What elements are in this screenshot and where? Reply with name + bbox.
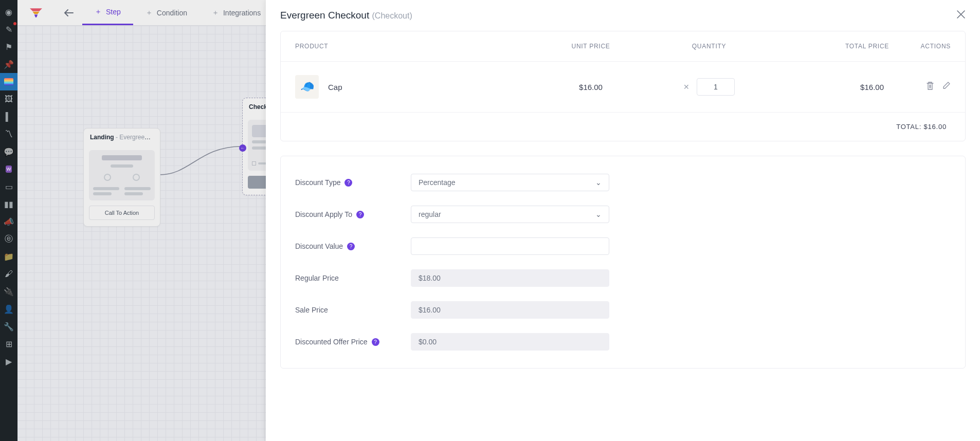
- input-discounted-offer-price: [411, 333, 609, 351]
- row-regular-price: Regular Price: [281, 262, 965, 294]
- sidebar-flag[interactable]: ⚑: [0, 38, 17, 56]
- sidebar-user[interactable]: 👤: [0, 300, 17, 318]
- row-discount-apply-to: Discount Apply To? regular ⌄: [281, 198, 965, 230]
- col-total-price: TOTAL PRICE: [776, 43, 889, 50]
- sidebar-elementor[interactable]: ⓔ: [0, 230, 17, 248]
- arrow-left-icon: [63, 9, 74, 17]
- plus-icon: ＋: [146, 8, 153, 17]
- pencil-icon: [942, 81, 951, 89]
- sidebar-folder[interactable]: 📁: [0, 248, 17, 265]
- pin-icon: 📌: [4, 60, 14, 69]
- sidebar-bar-chart[interactable]: ▮▮: [0, 195, 17, 213]
- wrench-icon: 🔧: [4, 322, 14, 332]
- bar-chart-icon: ▮▮: [4, 199, 13, 209]
- help-icon[interactable]: ?: [344, 179, 352, 187]
- sidebar-play[interactable]: ▶: [0, 353, 17, 370]
- node-landing[interactable]: Landing - Evergreen Lan… Call To Action: [83, 128, 160, 227]
- tab-condition[interactable]: ＋Condition: [133, 0, 199, 25]
- node-header: Landing - Evergreen Lan…: [84, 128, 160, 146]
- tab-label: Integrations: [223, 9, 261, 17]
- products-card: PRODUCT UNIT PRICE QUANTITY TOTAL PRICE …: [280, 31, 966, 141]
- help-icon[interactable]: ?: [356, 211, 364, 218]
- sidebar-comments[interactable]: ✎: [0, 21, 17, 38]
- sidebar-analytics[interactable]: 〽: [0, 125, 17, 143]
- sidebar-pin[interactable]: 📌: [0, 56, 17, 73]
- help-icon[interactable]: ?: [372, 338, 379, 346]
- product-name-cell: 🧢 Cap: [295, 75, 539, 99]
- app-logo[interactable]: [17, 0, 55, 25]
- sidebar-megaphone[interactable]: 📣: [0, 213, 17, 230]
- paint-icon: 🖌: [5, 269, 13, 279]
- quantity-cell: ✕: [642, 78, 776, 96]
- chat-icon: 💬: [4, 147, 14, 157]
- panel-title: Evergreen Checkout (Checkout): [280, 10, 412, 21]
- panel-close-button[interactable]: [956, 10, 966, 21]
- back-button[interactable]: [55, 0, 82, 25]
- dashboard-icon: ◉: [5, 7, 12, 17]
- row-discounted-offer-price: Discounted Offer Price?: [281, 326, 965, 358]
- input-sale-price: [411, 301, 609, 319]
- sidebar-card[interactable]: ▭: [0, 178, 17, 195]
- sidebar-woo[interactable]: W: [0, 160, 17, 178]
- svg-marker-1: [33, 11, 40, 13]
- sidebar-book[interactable]: ▍: [0, 108, 17, 125]
- col-product: PRODUCT: [295, 43, 539, 50]
- svg-marker-0: [30, 8, 42, 11]
- settings-grid-icon: ⊞: [6, 339, 12, 349]
- sidebar-funnel[interactable]: [0, 73, 17, 90]
- label-discounted-offer-price: Discounted Offer Price?: [295, 338, 411, 346]
- sidebar-wrench[interactable]: 🔧: [0, 318, 17, 335]
- flag-icon: ⚑: [5, 42, 12, 52]
- sidebar-paint[interactable]: 🖌: [0, 265, 17, 283]
- select-value: regular: [419, 210, 441, 218]
- card-icon: ▭: [5, 182, 13, 192]
- comments-icon: ✎: [6, 25, 12, 34]
- discount-form-card: Discount Type? Percentage ⌄ Discount App…: [280, 156, 966, 369]
- media-icon: 🖼: [5, 95, 13, 104]
- sidebar-chat[interactable]: 💬: [0, 143, 17, 160]
- help-icon[interactable]: ?: [347, 243, 355, 250]
- select-discount-type[interactable]: Percentage ⌄: [411, 174, 609, 191]
- panel-body: PRODUCT UNIT PRICE QUANTITY TOTAL PRICE …: [266, 31, 980, 441]
- sidebar-media[interactable]: 🖼: [0, 90, 17, 108]
- elementor-icon: ⓔ: [5, 234, 13, 245]
- edit-row-button[interactable]: [942, 81, 951, 93]
- label-discount-apply-to: Discount Apply To?: [295, 210, 411, 218]
- label-discount-type: Discount Type?: [295, 178, 411, 187]
- plus-icon: ＋: [212, 8, 219, 17]
- quantity-input[interactable]: [697, 78, 735, 96]
- multiply-icon: ✕: [683, 83, 689, 91]
- unit-price: $16.00: [539, 83, 642, 91]
- analytics-line-icon: 〽: [5, 130, 13, 139]
- plus-icon: ＋: [95, 7, 102, 16]
- select-discount-apply-to[interactable]: regular ⌄: [411, 206, 609, 223]
- input-discount-value[interactable]: [411, 237, 609, 255]
- tab-integrations[interactable]: ＋Integrations: [199, 0, 273, 25]
- col-actions: ACTIONS: [889, 43, 951, 50]
- row-discount-type: Discount Type? Percentage ⌄: [281, 167, 965, 198]
- sidebar-settings-grid[interactable]: ⊞: [0, 335, 17, 353]
- delete-row-button[interactable]: [926, 81, 934, 93]
- col-quantity: QUANTITY: [642, 43, 776, 50]
- user-icon: 👤: [4, 304, 14, 314]
- sidebar-plug[interactable]: 🔌: [0, 283, 17, 300]
- row-actions: [889, 81, 951, 93]
- sidebar-dashboard[interactable]: ◉: [0, 3, 17, 21]
- tab-label: Step: [106, 8, 121, 16]
- node-input-connector[interactable]: [239, 144, 246, 152]
- node-connector: [149, 131, 251, 182]
- row-total-price: $16.00: [776, 83, 889, 91]
- products-table-header: PRODUCT UNIT PRICE QUANTITY TOTAL PRICE …: [281, 31, 965, 61]
- tab-step[interactable]: ＋Step: [82, 0, 133, 25]
- tab-label: Condition: [157, 9, 187, 17]
- chevron-down-icon: ⌄: [595, 210, 602, 218]
- close-icon: [956, 10, 966, 19]
- chevron-down-icon: ⌄: [595, 178, 602, 187]
- trash-icon: [926, 81, 934, 90]
- select-value: Percentage: [419, 178, 456, 187]
- product-name: Cap: [328, 83, 342, 91]
- svg-marker-2: [34, 14, 38, 17]
- book-icon: ▍: [6, 112, 12, 122]
- row-sale-price: Sale Price: [281, 294, 965, 326]
- input-regular-price: [411, 269, 609, 287]
